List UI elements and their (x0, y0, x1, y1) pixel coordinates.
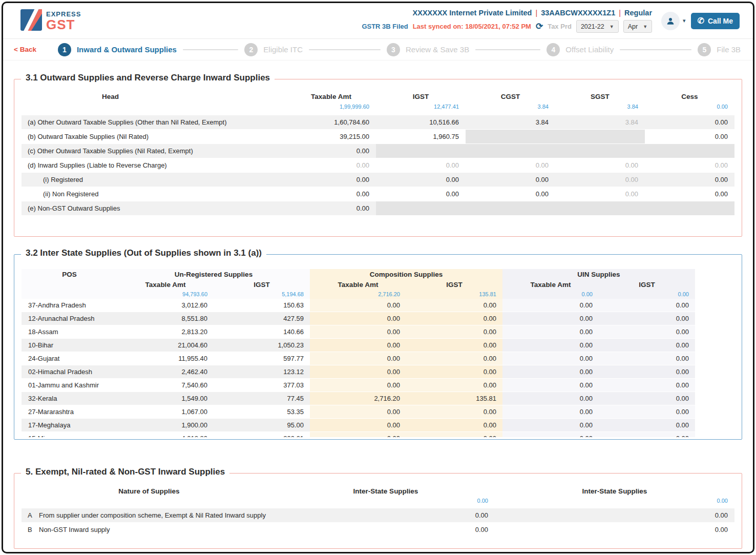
step-eligible-itc[interactable]: 2 Eligible ITC (244, 43, 387, 56)
comp-taxable-cell[interactable]: 2,716.20 (310, 392, 406, 405)
step-file-3b[interactable]: 5 File 3B (698, 43, 741, 56)
comp-taxable-cell[interactable]: 0.00 (310, 325, 406, 338)
uin-taxable-cell[interactable]: 0.00 (502, 419, 599, 431)
comp-igst-cell[interactable]: 0.00 (406, 325, 502, 338)
ur-igst-cell[interactable]: 123.12 (214, 365, 310, 378)
uin-taxable-cell[interactable]: 0.00 (502, 325, 599, 338)
ur-taxable-cell[interactable]: 2,462.40 (117, 365, 214, 378)
ur-igst-cell[interactable]: 1,050.23 (214, 339, 310, 352)
comp-igst-cell[interactable]: 0.00 (406, 405, 502, 418)
cess-cell[interactable]: 0.00 (645, 187, 734, 201)
igst-cell[interactable]: 0.00 (376, 187, 466, 201)
uin-taxable-cell[interactable]: 0.00 (502, 352, 599, 365)
uin-igst-cell[interactable]: 0.00 (599, 392, 695, 405)
comp-taxable-cell[interactable]: 0.00 (310, 299, 406, 312)
ur-taxable-cell[interactable]: 11,955.40 (117, 352, 214, 365)
comp-taxable-cell[interactable]: 0.00 (310, 352, 406, 365)
month-dropdown[interactable]: Apr ▼ (623, 20, 652, 33)
uin-taxable-cell[interactable]: 0.00 (502, 339, 599, 352)
uin-igst-cell[interactable]: 0.00 (599, 405, 695, 418)
ur-taxable-cell[interactable]: 1,900.00 (117, 419, 214, 431)
uin-taxable-cell[interactable]: 0.00 (502, 365, 599, 378)
comp-taxable-cell[interactable]: 0.00 (310, 432, 406, 437)
ur-taxable-cell[interactable]: 1,549.00 (117, 392, 214, 405)
uin-taxable-cell[interactable]: 0.00 (502, 432, 599, 437)
comp-taxable-cell[interactable]: 0.00 (310, 312, 406, 325)
year-dropdown[interactable]: 2021-22 ▼ (576, 20, 619, 33)
comp-igst-cell[interactable]: 0.00 (406, 352, 502, 365)
uin-igst-cell[interactable]: 0.00 (599, 312, 695, 325)
taxable-cell[interactable]: 0.00 (286, 173, 376, 187)
ur-taxable-cell[interactable]: 7,540.60 (117, 379, 214, 392)
user-menu-caret-icon[interactable]: ▾ (683, 17, 686, 24)
ur-igst-cell[interactable]: 150.63 (214, 299, 310, 312)
step-inward-outward-supplies[interactable]: 1 Inward & Outward Supplies (58, 43, 244, 56)
step-offset-liability[interactable]: 4 Offset Liability (547, 43, 698, 56)
taxable-cell[interactable]: 0.00 (286, 201, 376, 215)
uin-igst-cell[interactable]: 0.00 (599, 432, 695, 437)
uin-taxable-cell[interactable]: 0.00 (502, 392, 599, 405)
ur-taxable-cell[interactable]: 2,813.20 (117, 325, 214, 338)
uin-igst-cell[interactable]: 0.00 (599, 352, 695, 365)
taxable-cell[interactable]: 0.00 (286, 187, 376, 201)
uin-taxable-cell[interactable]: 0.00 (502, 312, 599, 325)
step-review-save-3b[interactable]: 3 Review & Save 3B (387, 43, 547, 56)
uin-igst-cell[interactable]: 0.00 (599, 419, 695, 431)
inter-state-cell-2[interactable]: 0.00 (495, 511, 734, 519)
cgst-cell[interactable]: 0.00 (466, 187, 555, 201)
comp-igst-cell[interactable]: 0.00 (406, 339, 502, 352)
cess-cell[interactable]: 0.00 (645, 130, 734, 143)
ur-igst-cell[interactable]: 200.61 (214, 432, 310, 437)
taxable-cell[interactable]: 39,215.00 (286, 130, 376, 143)
uin-igst-cell[interactable]: 0.00 (599, 365, 695, 378)
uin-taxable-cell[interactable]: 0.00 (502, 379, 599, 392)
ur-igst-cell[interactable]: 377.03 (214, 379, 310, 392)
back-link[interactable]: < Back (14, 46, 36, 53)
ur-taxable-cell[interactable]: 21,004.60 (117, 339, 214, 352)
ur-taxable-cell[interactable]: 4,012.20 (117, 432, 214, 437)
ur-taxable-cell[interactable]: 1,067.00 (117, 405, 214, 418)
ur-igst-cell[interactable]: 140.66 (214, 325, 310, 338)
ur-igst-cell[interactable]: 53.35 (214, 405, 310, 418)
user-avatar[interactable] (661, 12, 680, 30)
express-gst-logo[interactable]: EXPRESS GST (20, 9, 81, 33)
ur-igst-cell[interactable]: 95.00 (214, 419, 310, 431)
comp-igst-cell[interactable]: 0.00 (406, 312, 502, 325)
uin-taxable-cell[interactable]: 0.00 (502, 405, 599, 418)
ur-igst-cell[interactable]: 77.45 (214, 392, 310, 405)
comp-igst-cell[interactable]: 0.00 (406, 365, 502, 378)
inter-state-cell-2[interactable]: 0.00 (495, 526, 734, 533)
comp-taxable-cell[interactable]: 0.00 (310, 419, 406, 431)
comp-igst-cell[interactable]: 135.81 (406, 392, 502, 405)
refresh-icon[interactable]: ⟳ (536, 21, 543, 32)
cess-cell[interactable]: 0.00 (645, 115, 734, 129)
taxable-cell[interactable]: 0.00 (286, 144, 376, 158)
uin-taxable-cell[interactable]: 0.00 (502, 299, 599, 312)
igst-cell[interactable]: 1,960.75 (376, 130, 466, 143)
uin-igst-cell[interactable]: 0.00 (599, 299, 695, 312)
igst-cell[interactable]: 10,516.66 (376, 115, 466, 129)
cgst-cell[interactable]: 0.00 (466, 173, 555, 187)
comp-taxable-cell[interactable]: 0.00 (310, 405, 406, 418)
igst-cell[interactable]: 0.00 (376, 173, 466, 187)
cess-cell[interactable]: 0.00 (645, 173, 734, 187)
ur-igst-cell[interactable]: 597.77 (214, 352, 310, 365)
ur-taxable-cell[interactable]: 8,551.80 (117, 312, 214, 325)
uin-igst-cell[interactable]: 0.00 (599, 379, 695, 392)
cgst-cell[interactable]: 3.84 (466, 115, 555, 129)
taxable-cell[interactable]: 1,60,784.60 (286, 115, 376, 129)
comp-taxable-cell[interactable]: 0.00 (310, 339, 406, 352)
ur-taxable-cell[interactable]: 3,012.60 (117, 299, 214, 312)
uin-igst-cell[interactable]: 0.00 (599, 339, 695, 352)
ur-igst-cell[interactable]: 427.59 (214, 312, 310, 325)
comp-taxable-cell[interactable]: 0.00 (310, 379, 406, 392)
comp-igst-cell[interactable]: 0.00 (406, 299, 502, 312)
comp-igst-cell[interactable]: 0.00 (406, 432, 502, 437)
call-me-button[interactable]: ✆ Call Me (691, 13, 740, 29)
comp-igst-cell[interactable]: 0.00 (406, 419, 502, 431)
uin-igst-cell[interactable]: 0.00 (599, 325, 695, 338)
inter-state-cell-1[interactable]: 0.00 (277, 511, 495, 519)
comp-taxable-cell[interactable]: 0.00 (310, 365, 406, 378)
comp-igst-cell[interactable]: 0.00 (406, 379, 502, 392)
inter-state-cell-1[interactable]: 0.00 (277, 526, 495, 533)
